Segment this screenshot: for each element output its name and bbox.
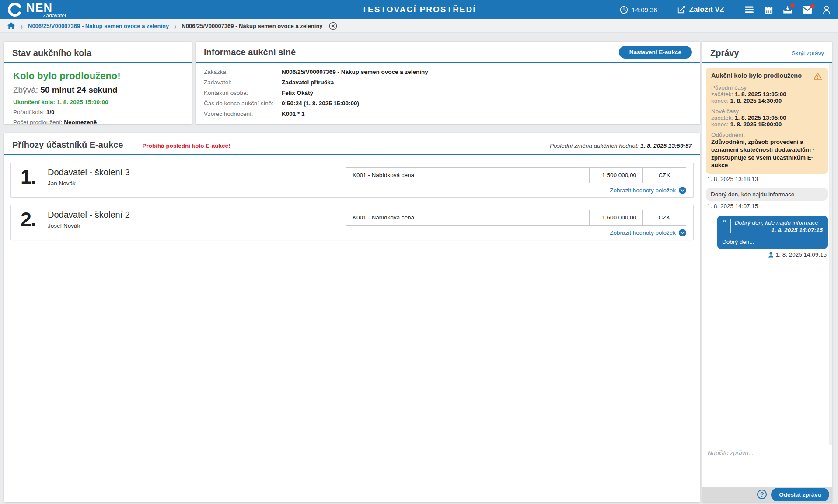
edit-icon xyxy=(677,5,686,14)
bid-currency: CZK xyxy=(643,210,686,225)
field-value: Felix Okátý xyxy=(282,90,313,96)
auction-room-info-panel: Informace aukční síně Nastavení E-aukce … xyxy=(196,42,700,124)
participant-row: 2. Dodavatel - školení 2 Josef Novák K00… xyxy=(10,205,694,240)
round-order-line: Pořadí kola: 1/0 xyxy=(13,109,183,115)
extensions-line: Počet prodloužení: Neomezeně xyxy=(13,119,183,125)
bid-value: 1 600 000,00 xyxy=(590,210,643,225)
breadcrumb-chevron-icon: › xyxy=(174,21,176,31)
send-message-button[interactable]: Odeslat zprávu xyxy=(771,488,829,501)
profile-button[interactable] xyxy=(822,5,831,14)
field-label: Vzorec hodnocení: xyxy=(204,111,282,117)
bids-panel-title: Příhozy účastníků E-aukce xyxy=(12,140,123,150)
participant-person: Jan Novák xyxy=(48,180,76,187)
reason-text: Zdůvodnění, způsob provedení a oznámení … xyxy=(711,138,822,169)
bids-panel: Příhozy účastníků E-aukce Probíhá posled… xyxy=(4,133,700,502)
reason-label: Odůvodnění: xyxy=(711,132,822,138)
downloads-button[interactable] xyxy=(783,5,793,14)
create-vz-button[interactable]: Založit VZ xyxy=(677,5,724,14)
compose-toolbar: ? Odeslat zprávu xyxy=(702,487,832,502)
app-logo[interactable]: NEN Zadavatel xyxy=(7,1,66,18)
home-icon[interactable] xyxy=(7,22,15,30)
breadcrumb-chevron-icon: › xyxy=(21,21,23,31)
quote-icon: “ xyxy=(722,219,727,233)
help-icon[interactable]: ? xyxy=(757,490,767,499)
message-timestamp: 1. 8. 2025 14:07:15 xyxy=(707,203,827,209)
quoted-message: “ Dobrý den, kde najdu informace 1. 8. 2… xyxy=(722,219,823,233)
server-time: 14:09:36 xyxy=(620,6,657,14)
close-tab-icon[interactable] xyxy=(329,22,337,30)
new-end-value: 1. 8. 2025 15:00:00 xyxy=(730,121,782,128)
quoted-text: Dobrý den, kde najdu informace xyxy=(735,219,818,226)
bid-currency: CZK xyxy=(643,168,686,183)
criterion-label: K001 - Nabídková cena xyxy=(346,210,590,225)
logo-subtitle: Zadavatel xyxy=(43,13,66,18)
messages-panel: Zprávy Skrýt zprávy Aukční kolo bylo pro… xyxy=(702,42,832,502)
participant-rank: 2. xyxy=(21,208,35,231)
original-start-value: 1. 8. 2025 13:05:00 xyxy=(735,91,786,97)
show-item-values-link[interactable]: Zobrazit hodnoty položek xyxy=(610,229,676,236)
field-label: Zadavatel: xyxy=(204,79,282,86)
bid-value-group: K001 - Nabídková cena 1 600 000,00 CZK xyxy=(346,210,686,226)
show-item-values-control[interactable]: Zobrazit hodnoty položek xyxy=(610,187,686,194)
end-label: konec: xyxy=(711,97,730,104)
new-start-value: 1. 8. 2025 13:05:00 xyxy=(735,115,786,121)
messages-button[interactable] xyxy=(802,6,813,14)
participant-rank: 1. xyxy=(21,166,35,188)
hamburger-icon xyxy=(744,5,754,14)
field-value: 0:50:24 (1. 8. 2025 15:00:00) xyxy=(282,100,359,107)
chevron-down-circle-icon[interactable] xyxy=(679,229,686,236)
quoted-timestamp: 1. 8. 2025 14:07:15 xyxy=(735,227,823,233)
extensions-value: Neomezeně xyxy=(64,119,97,125)
round-order-value: 1/0 xyxy=(46,109,55,115)
hide-messages-link[interactable]: Skrýt zprávy xyxy=(792,50,824,56)
breadcrumb-item-contract[interactable]: N006/25/V00007369 - Nákup semen ovoce a … xyxy=(28,23,169,29)
time-remaining: Zbývá: 50 minut 24 sekund xyxy=(13,85,183,95)
download-badge xyxy=(790,3,795,8)
message-input[interactable] xyxy=(702,445,832,487)
field-label: Čas do konce aukční síně: xyxy=(204,100,282,107)
field-label: Zakázka: xyxy=(204,69,282,75)
system-message-title: Aukční kolo bylo prodlouženo xyxy=(711,72,813,79)
calendar-icon xyxy=(764,5,773,14)
person-icon xyxy=(822,5,831,14)
messages-panel-title: Zprávy xyxy=(710,48,739,58)
extensions-label: Počet prodloužení: xyxy=(13,119,63,125)
participant-company: Dodavatel - školení 3 xyxy=(48,167,130,177)
field-zakazka: Zakázka: N006/25/V00007369 - Nákup semen… xyxy=(204,69,692,75)
messages-scrollbar[interactable] xyxy=(829,63,832,445)
remaining-label: Zbývá: xyxy=(13,85,38,94)
sent-message-footer: 1. 8. 2025 14:09:15 xyxy=(706,251,827,258)
server-time-value: 14:09:36 xyxy=(632,6,657,14)
app-header: NEN Zadavatel TESTOVACÍ PROSTŘEDÍ 14:09:… xyxy=(0,0,838,19)
field-label: Kontaktní osoba: xyxy=(204,90,282,96)
sent-message-text: Dobrý den... xyxy=(722,239,823,245)
eauction-settings-button[interactable]: Nastavení E-aukce xyxy=(619,46,692,59)
messages-list[interactable]: Aukční kolo bylo prodlouženo Původní čas… xyxy=(702,63,832,445)
participant-row: 1. Dodavatel - školení 3 Jan Novák K001 … xyxy=(10,163,694,198)
header-separator xyxy=(734,1,734,18)
quote-bar xyxy=(730,219,731,233)
bid-value-group: K001 - Nabídková cena 1 500 000,00 CZK xyxy=(346,167,686,183)
environment-title: TESTOVACÍ PROSTŘEDÍ xyxy=(362,5,476,14)
field-value: N006/25/V00007369 - Nákup semen ovoce a … xyxy=(282,69,428,75)
field-kontaktni-osoba: Kontaktní osoba: Felix Okátý xyxy=(204,90,692,96)
show-item-values-control[interactable]: Zobrazit hodnoty položek xyxy=(610,229,686,236)
criterion-label: K001 - Nabídková cena xyxy=(346,168,590,183)
field-cas-do-konce: Čas do konce aukční síně: 0:50:24 (1. 8.… xyxy=(204,100,692,107)
calendar-button[interactable] xyxy=(764,5,773,14)
received-message: Dobrý den, kde najdu informace xyxy=(706,188,828,201)
end-label: konec: xyxy=(711,121,730,128)
info-panel-title: Informace aukční síně xyxy=(204,47,296,57)
remaining-value: 50 minut 24 sekund xyxy=(40,85,117,94)
field-value: Zadavatel příručka xyxy=(282,79,334,86)
show-item-values-link[interactable]: Zobrazit hodnoty položek xyxy=(610,187,676,194)
round-extended-message: Kolo bylo prodlouženo! xyxy=(13,70,183,82)
system-message: Aukční kolo bylo prodlouženo Původní čas… xyxy=(706,68,828,174)
breadcrumb: › N006/25/V00007369 - Nákup semen ovoce … xyxy=(0,19,838,33)
participant-company: Dodavatel - školení 2 xyxy=(48,210,130,220)
chevron-down-circle-icon[interactable] xyxy=(679,187,686,194)
last-change-label: Poslední změna aukčních hodnot: xyxy=(550,143,639,149)
original-end-value: 1. 8. 2025 14:30:00 xyxy=(730,97,782,104)
last-change-value: 1. 8. 2025 13:59:57 xyxy=(640,143,692,149)
menu-button[interactable] xyxy=(744,5,754,14)
